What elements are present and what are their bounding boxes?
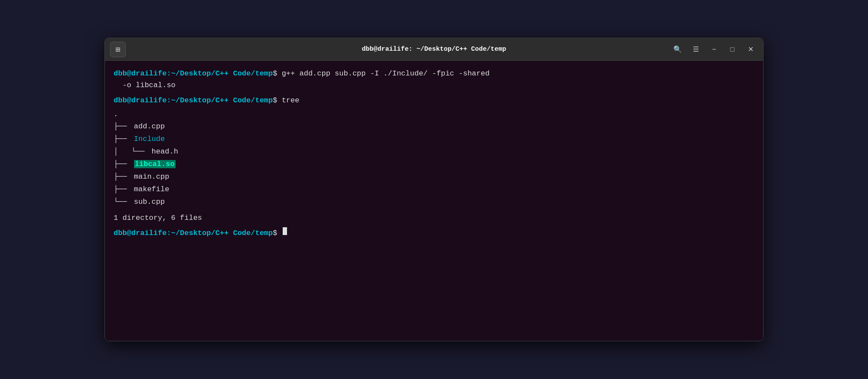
tree-item-add-cpp: ├── add.cpp bbox=[114, 121, 754, 133]
cmd-1-cont: -o libcal.so bbox=[114, 79, 176, 91]
terminal-window: ⊞ dbb@drailife: ~/Desktop/C++ Code/temp … bbox=[104, 38, 764, 341]
command-line-2: dbb@drailife:~/Desktop/C++ Code/temp$ tr… bbox=[114, 95, 754, 106]
tree-file-libcal-so: libcal.so bbox=[130, 158, 176, 171]
cmd-3-dollar: $ bbox=[273, 227, 281, 239]
cmd-1: $ g++ add.cpp sub.cpp -I ./Include/ -fpi… bbox=[273, 68, 489, 79]
libcal-highlight: libcal.so bbox=[134, 160, 176, 168]
menu-button[interactable]: ☰ bbox=[689, 42, 703, 57]
command-line-3: dbb@drailife:~/Desktop/C++ Code/temp$ bbox=[114, 227, 754, 239]
tree-output: . ├── add.cpp ├── Include │ └── head.h ├… bbox=[114, 108, 754, 209]
window-title: dbb@drailife: ~/Desktop/C++ Code/temp bbox=[362, 46, 506, 53]
new-tab-button[interactable]: ⊞ bbox=[110, 42, 126, 57]
prompt-1: dbb@drailife:~/Desktop/C++ Code/temp bbox=[114, 68, 273, 79]
search-button[interactable]: 🔍 bbox=[670, 42, 685, 57]
title-bar-controls: 🔍 ☰ − □ ✕ bbox=[670, 42, 758, 57]
maximize-icon: □ bbox=[730, 46, 734, 53]
tree-file-sub-cpp: sub.cpp bbox=[130, 196, 165, 209]
maximize-button[interactable]: □ bbox=[725, 42, 740, 57]
tree-dir-include: Include bbox=[130, 133, 165, 146]
command-line-1-cont: -o libcal.so bbox=[114, 79, 754, 91]
tree-summary: 1 directory, 6 files bbox=[114, 212, 202, 224]
minimize-button[interactable]: − bbox=[707, 42, 721, 57]
tree-root: . bbox=[114, 108, 754, 121]
tree-branch-1: ├── bbox=[114, 121, 127, 133]
tree-item-include: ├── Include bbox=[114, 133, 754, 146]
minimize-icon: − bbox=[712, 46, 716, 53]
tree-item-head-h: │ └── head.h bbox=[114, 146, 754, 158]
tree-item-main-cpp: ├── main.cpp bbox=[114, 171, 754, 183]
cursor bbox=[283, 227, 287, 235]
new-tab-icon: ⊞ bbox=[116, 45, 121, 54]
cmd-2: $ tree bbox=[273, 95, 299, 106]
tree-summary-line: 1 directory, 6 files bbox=[114, 212, 754, 224]
tree-file-makefile: makefile bbox=[130, 183, 170, 196]
menu-icon: ☰ bbox=[693, 45, 699, 53]
close-button[interactable]: ✕ bbox=[743, 42, 758, 57]
tree-branch-2: ├── bbox=[114, 133, 127, 146]
tree-branch-7: └── bbox=[114, 196, 127, 209]
tree-item-sub-cpp: └── sub.cpp bbox=[114, 196, 754, 209]
tree-branch-4: ├── bbox=[114, 158, 127, 171]
prompt-2: dbb@drailife:~/Desktop/C++ Code/temp bbox=[114, 95, 273, 106]
command-line-1: dbb@drailife:~/Desktop/C++ Code/temp$ g+… bbox=[114, 68, 754, 79]
tree-file-head-h: head.h bbox=[147, 146, 178, 158]
tree-file-main-cpp: main.cpp bbox=[130, 171, 170, 183]
tree-branch-3: │ └── bbox=[114, 146, 144, 158]
terminal-body[interactable]: dbb@drailife:~/Desktop/C++ Code/temp$ g+… bbox=[105, 61, 763, 341]
tree-item-libcal-so: ├── libcal.so bbox=[114, 158, 754, 171]
tree-branch-5: ├── bbox=[114, 171, 127, 183]
prompt-3: dbb@drailife:~/Desktop/C++ Code/temp bbox=[114, 227, 273, 239]
search-icon: 🔍 bbox=[673, 45, 682, 53]
tree-item-makefile: ├── makefile bbox=[114, 183, 754, 196]
title-bar-left: ⊞ bbox=[110, 42, 126, 57]
title-bar: ⊞ dbb@drailife: ~/Desktop/C++ Code/temp … bbox=[105, 38, 763, 61]
tree-file-add-cpp: add.cpp bbox=[130, 121, 165, 133]
close-icon: ✕ bbox=[748, 45, 754, 53]
tree-root-label: . bbox=[114, 108, 118, 121]
tree-branch-6: ├── bbox=[114, 183, 127, 196]
